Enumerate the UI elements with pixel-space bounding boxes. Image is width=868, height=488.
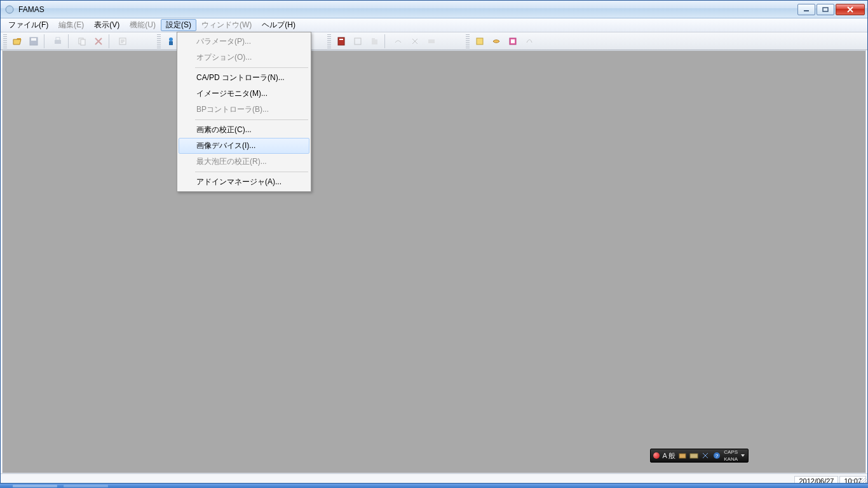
menu-settings[interactable]: 設定(S)	[161, 19, 196, 31]
dropdown-separator	[195, 172, 308, 172]
delete-button[interactable]	[91, 34, 106, 48]
svg-rect-22	[690, 454, 698, 458]
toolbar-grip	[327, 34, 331, 48]
toolbar-grip	[157, 34, 161, 48]
svg-rect-16	[374, 39, 377, 44]
svg-rect-12	[338, 37, 344, 45]
tool-button-9[interactable]	[522, 34, 537, 48]
svg-rect-6	[56, 37, 60, 40]
dd-image-monitor[interactable]: イメージモニタ(M)...	[179, 86, 309, 102]
menu-help[interactable]: ヘルプ(H)	[257, 18, 301, 32]
menu-edit[interactable]: 編集(E)	[53, 18, 89, 32]
svg-rect-13	[339, 39, 343, 40]
toolbar-separator	[384, 34, 388, 48]
ime-indicator-icon[interactable]	[653, 452, 660, 459]
app-window: FAMAS ファイル(F) 編集(E) 表示(V) 機能(U) 設定(S) ウィ…	[0, 0, 868, 488]
ime-caps-kana: CAPS KANA	[724, 450, 738, 462]
dropdown-separator	[195, 119, 308, 120]
svg-rect-21	[679, 454, 686, 458]
dd-bp-controller[interactable]: BPコントローラ(B)...	[179, 102, 309, 118]
dd-pixel-calibration[interactable]: 画素の校正(C)...	[179, 122, 309, 138]
svg-rect-2	[823, 8, 828, 11]
tool-button-4[interactable]	[407, 34, 423, 48]
ime-dropdown-icon[interactable]	[740, 453, 745, 458]
settings-dropdown: パラメータ(P)... オプション(O)... CA/PD コントローラ(N).…	[177, 32, 311, 192]
svg-rect-8	[81, 39, 85, 45]
ime-tool-icon[interactable]	[678, 451, 687, 460]
tool-button-7[interactable]	[489, 34, 504, 48]
properties-button[interactable]	[115, 34, 130, 48]
ime-help-icon[interactable]: ?	[712, 451, 721, 460]
maximize-button[interactable]	[817, 4, 834, 15]
toolbar	[1, 32, 867, 50]
svg-rect-14	[355, 38, 361, 44]
menu-window[interactable]: ウィンドウ(W)	[196, 18, 257, 32]
taskbar[interactable]	[0, 483, 868, 488]
ime-caps-label: CAPS	[724, 450, 738, 455]
menu-view[interactable]: 表示(V)	[89, 18, 125, 32]
dd-max-bubble-calibration[interactable]: 最大泡圧の校正(R)...	[179, 154, 309, 170]
ime-keyboard-icon[interactable]	[689, 451, 698, 460]
dd-parameters[interactable]: パラメータ(P)...	[179, 34, 309, 50]
dropdown-separator	[195, 67, 308, 68]
dd-image-device[interactable]: 画像デバイス(I)...	[179, 138, 309, 154]
open-button[interactable]	[10, 34, 25, 48]
svg-text:?: ?	[715, 453, 719, 459]
svg-rect-18	[477, 38, 483, 44]
tool-button-1[interactable]	[350, 34, 365, 48]
tool-button-6[interactable]	[472, 34, 487, 48]
toolbar-separator	[109, 34, 112, 48]
dd-options[interactable]: オプション(O)...	[179, 50, 309, 65]
app-icon	[4, 4, 15, 15]
app-title: FAMAS	[18, 5, 797, 14]
menu-file[interactable]: ファイル(F)	[3, 18, 53, 32]
svg-rect-5	[55, 40, 61, 44]
book-button[interactable]	[334, 34, 349, 48]
dd-addin-manager[interactable]: アドインマネージャ(A)...	[179, 174, 309, 190]
svg-rect-1	[804, 10, 809, 11]
workspace	[2, 50, 866, 473]
svg-rect-4	[31, 38, 36, 41]
save-button[interactable]	[26, 34, 41, 48]
tool-button-2[interactable]	[367, 34, 382, 48]
dd-capd-controller[interactable]: CA/PD コントローラ(N)...	[179, 70, 309, 86]
close-button[interactable]	[836, 4, 865, 15]
toolbar-grip	[466, 34, 470, 48]
minimize-button[interactable]	[797, 4, 815, 15]
toolbar-grip	[3, 34, 7, 48]
ime-toolbar[interactable]: A 般 ? CAPS KANA	[650, 449, 749, 463]
svg-rect-20	[511, 39, 515, 43]
ime-kana-label: KANA	[724, 457, 738, 462]
toolbar-separator	[68, 34, 72, 48]
menubar: ファイル(F) 編集(E) 表示(V) 機能(U) 設定(S) ウィンドウ(W)…	[1, 18, 867, 32]
print-button[interactable]	[50, 34, 65, 48]
ime-settings-icon[interactable]	[701, 451, 710, 460]
svg-point-10	[169, 37, 173, 41]
menu-function[interactable]: 機能(U)	[125, 18, 161, 32]
svg-rect-17	[428, 39, 435, 43]
tool-button-3[interactable]	[391, 34, 406, 48]
toolbar-separator	[44, 34, 48, 48]
titlebar: FAMAS	[1, 1, 867, 18]
svg-rect-11	[169, 41, 173, 45]
svg-point-0	[6, 6, 13, 13]
copy-button[interactable]	[74, 34, 90, 48]
tool-button-8[interactable]	[505, 34, 520, 48]
window-controls	[797, 4, 865, 15]
tool-button-5[interactable]	[424, 34, 439, 48]
ime-mode[interactable]: A 般	[662, 451, 675, 461]
